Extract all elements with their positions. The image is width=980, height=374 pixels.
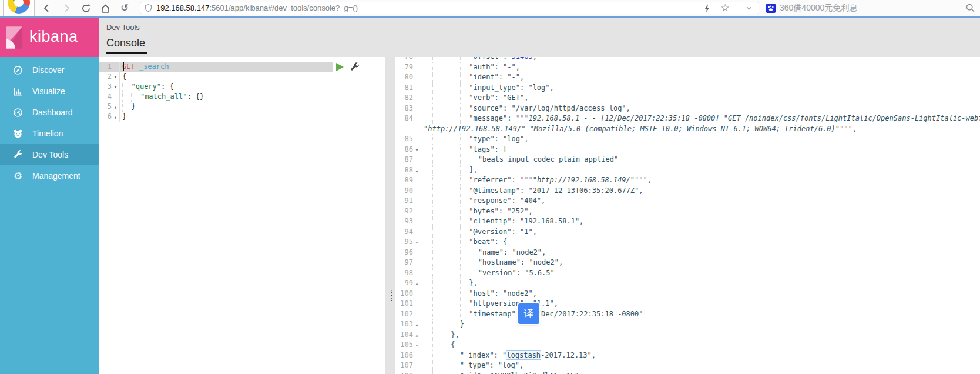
indent-guide [460,93,469,103]
code-line: 87 "beats_input_codec_plain_applied" [395,155,980,165]
code-segment: : { [161,82,174,91]
indent-guide [442,103,451,114]
translate-popup-button[interactable]: 译 [518,303,539,324]
code-segment: """ [635,176,647,184]
line-number: 1 [99,62,112,72]
tab-console[interactable]: Console [106,37,147,54]
browser-search-button[interactable] [965,3,975,15]
code-segment: "beat": { [469,238,507,246]
fold-toggle-icon[interactable]: ▴ [413,330,421,341]
indent-guide [451,319,459,330]
indent-guide [432,165,441,176]
url-text[interactable]: 192.168.58.147:5601/app/kibana#/dev_tool… [156,4,702,12]
gutter-cell: 106 [395,350,421,361]
indent-guide [460,186,469,196]
indent-guide [424,175,432,186]
code-segment: logstash [506,350,541,360]
indent-guide [460,155,469,165]
indent-guide [460,227,469,238]
home-button[interactable] [99,2,111,14]
sidebar-item-timelion[interactable]: Timelion [0,123,99,144]
code-line: 5▴ } [99,102,385,112]
indent-guide [424,237,432,248]
extension-lightning-button[interactable] [702,2,713,14]
response-output[interactable]: 78 "offset": 51463,79 "auth": "-",80 "id… [395,57,980,374]
line-number: 6 [99,112,112,122]
fold-toggle-icon[interactable]: ▾ [413,238,421,248]
line-number: 96 [395,248,413,258]
indent-guide [424,145,432,155]
sidebar-item-visualize[interactable]: Visualize [0,81,99,102]
code-segment: "hostname": "node2", [478,258,563,266]
indent-guide [451,371,459,374]
gutter-cell: 101 [395,299,421,309]
gutter-cell: 89 [395,175,421,186]
indent-guide [424,186,432,196]
code-segment: "message": [469,114,515,122]
send-request-button[interactable] [336,63,344,71]
indent-guide [442,196,451,206]
forward-button[interactable] [61,2,72,14]
line-number: 2 [99,72,112,82]
fold-toggle-icon[interactable]: ▾ [112,82,119,92]
sidebar-item-dev-tools[interactable]: Dev Tools [0,144,99,165]
promo-search-suggestion[interactable]: 360借40000元免利息 [766,0,857,16]
panel-resizer[interactable]: ⋮⋮ [385,57,395,374]
line-number: 4 [99,92,112,102]
gutter-cell: 99▴ [395,278,421,289]
fold-toggle-icon[interactable]: ▴ [413,279,421,289]
code-segment: "input_type": "log", [469,84,554,92]
indent-guide [424,309,432,320]
indent-guide [451,258,459,268]
indent-guide [442,237,451,248]
forward-icon [62,4,71,13]
browser-logo[interactable] [3,0,35,16]
line-number: 93 [395,216,413,227]
app-title: Dev Tools [106,18,980,32]
fold-toggle-icon[interactable]: ▴ [413,320,421,330]
favorite-star-button[interactable]: ☆ [719,2,731,14]
line-number: 99 [395,278,413,289]
fold-toggle-icon[interactable]: ▴ [112,102,119,112]
request-editor[interactable]: 1GET _search2▾{3▾ "query": {4 "match_all… [99,57,385,374]
fold-toggle-icon[interactable]: ▾ [112,72,119,82]
fold-toggle-icon[interactable]: ▴ [413,166,421,176]
indent-guide [460,145,469,155]
url-bar[interactable]: 192.168.58.147:5601/app/kibana#/dev_tool… [140,2,759,14]
indent-guide [424,196,432,206]
reload-button[interactable] [80,2,92,14]
browser-pinwheel-icon [8,0,30,14]
gutter-cell: 84 [395,113,421,124]
paw-icon [766,4,776,13]
code-text: "@timestamp": "2017-12-13T06:35:20.677Z"… [421,186,643,195]
code-text: "beats_input_codec_plain_applied" [421,155,618,163]
fold-toggle-icon[interactable]: ▴ [112,112,119,122]
url-dropdown-button[interactable] [743,2,755,14]
indent-guide [432,103,441,114]
indent-guide [424,103,432,114]
back-button[interactable] [41,2,53,14]
kibana-logo[interactable]: kibana [0,18,99,57]
sidebar-item-dashboard[interactable]: Dashboard [0,102,99,123]
indent-guide [451,289,459,299]
fold-toggle-icon[interactable]: ▾ [413,145,421,156]
code-line: 98 "version": "5.6.5" [395,268,980,279]
indent-guide [424,371,432,374]
line-number: 98 [395,268,413,279]
fold-toggle-icon[interactable]: ▾ [413,340,421,351]
line-number: 108 [395,371,413,374]
indent-guide [442,278,451,289]
indent-guide [460,237,469,248]
line-number: 78 [395,57,413,62]
sidebar-item-management[interactable]: ⚙ Management [0,165,99,186]
code-text: "offset": 51463, [421,57,537,61]
request-options-button[interactable] [350,62,360,74]
site-security-shield-icon [144,4,153,13]
undo-button[interactable]: ↺ [119,2,130,14]
indent-guide [442,216,451,227]
sidebar-item-discover[interactable]: Discover [0,59,99,81]
code-segment: "timestamp": "12/Dec/2017:22:35:18 -0800… [469,310,643,318]
code-line: 84 "message": """192.168.58.1 - - [12/De… [395,113,980,124]
indent-guide [442,350,451,361]
gutter-cell: 85 [395,134,421,145]
